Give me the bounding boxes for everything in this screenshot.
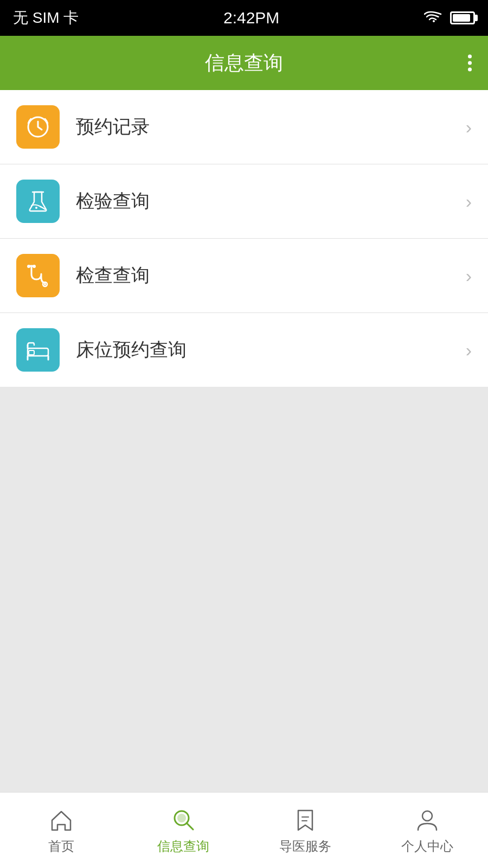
carrier-text: 无 SIM 卡	[13, 8, 79, 28]
svg-point-6	[27, 265, 30, 268]
nav-info-label: 信息查询	[157, 838, 209, 855]
status-icons	[424, 10, 475, 25]
bookmark-icon	[292, 806, 319, 833]
nav-home-label: 首页	[48, 838, 74, 855]
empty-area	[0, 387, 488, 792]
bottom-nav: 首页 信息查询 导医服务	[0, 792, 488, 868]
more-button[interactable]	[468, 55, 472, 72]
svg-point-2	[35, 207, 37, 209]
appointment-chevron: ›	[466, 117, 472, 138]
nav-item-guide[interactable]: 导医服务	[244, 806, 366, 855]
clock-icon	[24, 113, 52, 141]
menu-item-labtest[interactable]: 检验查询 ›	[0, 164, 488, 239]
labtest-label: 检验查询	[76, 189, 466, 214]
menu-item-examination[interactable]: 检查查询 ›	[0, 239, 488, 313]
status-bar: 无 SIM 卡 2:42PM	[0, 0, 488, 36]
svg-point-5	[44, 283, 46, 285]
svg-point-14	[177, 814, 186, 822]
nav-item-info[interactable]: 信息查询	[122, 806, 244, 855]
examination-label: 检查查询	[76, 263, 466, 288]
examination-chevron: ›	[466, 265, 472, 286]
stethoscope-icon	[24, 262, 52, 289]
menu-item-bed[interactable]: 床位预约查询 ›	[0, 313, 488, 387]
svg-point-3	[40, 206, 42, 208]
appointment-icon-box	[16, 105, 60, 149]
page-title: 信息查询	[205, 50, 283, 76]
menu-list: 预约记录 › 检验查询 ›	[0, 90, 488, 387]
svg-rect-9	[29, 350, 34, 355]
appointment-label: 预约记录	[76, 114, 466, 139]
labtest-icon-box	[16, 180, 60, 223]
nav-guide-label: 导医服务	[279, 838, 331, 855]
search-icon	[170, 806, 197, 833]
nav-profile-label: 个人中心	[401, 838, 453, 855]
flask-icon	[24, 188, 52, 215]
examination-icon-box	[16, 254, 60, 297]
battery-icon	[450, 11, 475, 24]
nav-item-profile[interactable]: 个人中心	[366, 806, 488, 855]
home-icon	[48, 806, 75, 833]
page-header: 信息查询	[0, 36, 488, 90]
menu-item-appointment[interactable]: 预约记录 ›	[0, 90, 488, 164]
bed-chevron: ›	[466, 340, 472, 361]
bed-icon	[24, 336, 52, 363]
nav-item-home[interactable]: 首页	[0, 806, 122, 855]
bed-icon-box	[16, 328, 60, 372]
svg-line-15	[187, 823, 193, 829]
svg-point-18	[422, 811, 432, 821]
wifi-icon	[424, 10, 444, 25]
labtest-chevron: ›	[466, 191, 472, 212]
svg-point-7	[33, 265, 36, 268]
bed-label: 床位预约查询	[76, 337, 466, 362]
profile-icon	[414, 806, 441, 833]
time-text: 2:42PM	[223, 9, 279, 27]
